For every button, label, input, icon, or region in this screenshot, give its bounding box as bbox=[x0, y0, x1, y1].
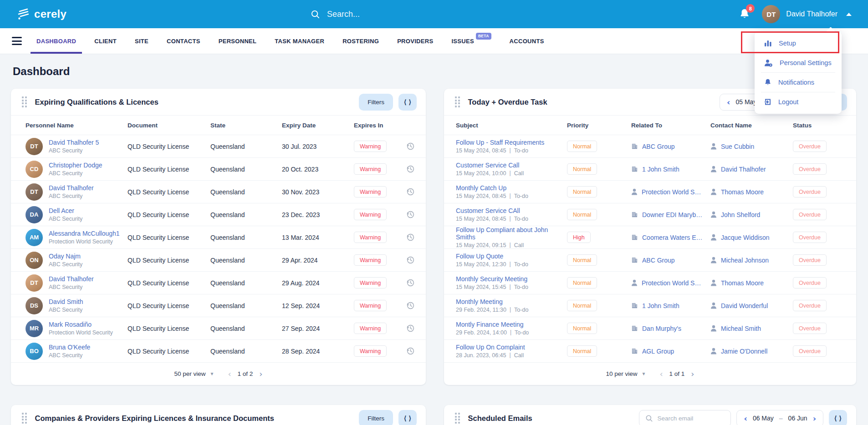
menu-item-personal-settings[interactable]: Personal Settings bbox=[755, 53, 842, 72]
personnel-name-link[interactable]: David Thalhofer bbox=[49, 275, 94, 283]
nav-item-dashboard[interactable]: DASHBOARD bbox=[27, 28, 85, 54]
menu-item-logout[interactable]: Logout bbox=[755, 92, 842, 111]
nav-item-site[interactable]: SITE bbox=[126, 28, 158, 54]
related-to-link[interactable]: AGL Group bbox=[642, 348, 674, 355]
expiry-date-cell: 12 Sep. 2024 bbox=[282, 302, 354, 309]
contact-name-link[interactable]: Sue Cubbin bbox=[721, 143, 754, 150]
nav-item-providers[interactable]: PROVIDERS bbox=[388, 28, 442, 54]
building-icon bbox=[631, 166, 638, 172]
chevron-left-icon[interactable]: ‹ bbox=[727, 97, 730, 107]
chevron-left-icon[interactable]: ‹ bbox=[744, 414, 747, 423]
task-subject-link[interactable]: Follow Up On Complaint bbox=[456, 344, 525, 351]
task-row: Montly Finance Meeting29 Feb. 2024, 14:0… bbox=[444, 317, 856, 340]
task-row: Follow Up - Staff Requirements15 May 202… bbox=[444, 135, 856, 158]
history-icon[interactable] bbox=[406, 233, 415, 242]
nav-item-client[interactable]: CLIENT bbox=[85, 28, 126, 54]
history-icon[interactable] bbox=[406, 142, 415, 151]
history-icon[interactable] bbox=[406, 165, 415, 173]
expand-card-button[interactable]: ⟨⟩ bbox=[398, 410, 417, 425]
nav-item-personnel[interactable]: PERSONNEL bbox=[209, 28, 266, 54]
history-icon[interactable] bbox=[406, 347, 415, 355]
qualification-row: DTDavid ThalhoferABC SecurityQLD Securit… bbox=[11, 181, 426, 203]
menu-hamburger-icon[interactable] bbox=[7, 37, 27, 45]
personnel-name-link[interactable]: Oday Najm bbox=[49, 253, 81, 260]
personnel-name-link[interactable]: Mark Rosadiño bbox=[49, 321, 92, 328]
related-to-link[interactable]: Protection World Sec... bbox=[642, 279, 705, 287]
contact-name-link[interactable]: David Thalhofer bbox=[721, 166, 766, 173]
nav-item-task-manager[interactable]: TASK MANAGER bbox=[266, 28, 333, 54]
history-icon[interactable] bbox=[406, 301, 415, 310]
task-subject-link[interactable]: Follow Up Quote bbox=[456, 253, 503, 260]
state-cell: Queensland bbox=[210, 234, 282, 241]
contact-name-link[interactable]: Micheal Smith bbox=[721, 325, 761, 332]
nav-item-accounts[interactable]: ACCOUNTS bbox=[500, 28, 553, 54]
personnel-name-link[interactable]: Dell Acer bbox=[49, 207, 74, 214]
drag-handle-icon[interactable] bbox=[455, 96, 460, 107]
filters-button[interactable]: Filters bbox=[359, 94, 393, 111]
email-date-range[interactable]: ‹ 06 May – 06 Jun › bbox=[736, 410, 823, 425]
expiry-date-cell: 29 Apr. 2024 bbox=[282, 257, 354, 264]
personnel-name-link[interactable]: Christopher Dodge bbox=[49, 162, 102, 169]
drag-handle-icon[interactable] bbox=[22, 413, 27, 424]
task-subject-link[interactable]: Follow Up Compliant about John Smiths bbox=[456, 226, 548, 241]
chevron-right-icon[interactable]: › bbox=[813, 414, 816, 423]
nav-item-label: CONTACTS bbox=[167, 38, 200, 45]
history-icon[interactable] bbox=[406, 324, 415, 333]
page-next-button[interactable]: › bbox=[691, 370, 694, 378]
per-view-select[interactable]: 10 per view▼ bbox=[606, 370, 646, 377]
contact-name-link[interactable]: Thomas Moore bbox=[721, 279, 764, 287]
task-subject-link[interactable]: Follow Up - Staff Requirements bbox=[456, 139, 544, 146]
task-subject-link[interactable]: Montly Finance Meeting bbox=[456, 321, 524, 328]
nav-item-rostering[interactable]: ROSTERING bbox=[333, 28, 388, 54]
contact-name-link[interactable]: David Wonderful bbox=[721, 302, 768, 309]
related-to-link[interactable]: ABC Group bbox=[642, 143, 675, 150]
user-menu-trigger[interactable]: DT David Thalhofer bbox=[762, 5, 852, 23]
contact-name-link[interactable]: Thomas Moore bbox=[721, 188, 764, 196]
brand-logo[interactable]: cerely bbox=[16, 7, 66, 21]
expand-card-button[interactable]: ⟨⟩ bbox=[829, 410, 847, 425]
drag-handle-icon[interactable] bbox=[22, 96, 27, 107]
history-icon[interactable] bbox=[406, 210, 415, 219]
global-search[interactable]: Search... bbox=[311, 0, 360, 28]
contact-name-link[interactable]: Micheal Johnson bbox=[721, 257, 769, 264]
related-to-link[interactable]: Downer EDI Marybor... bbox=[642, 211, 705, 218]
related-to-link[interactable]: Dan Murphy's bbox=[642, 325, 681, 332]
per-view-select[interactable]: 50 per view▼ bbox=[174, 370, 214, 377]
personnel-name-link[interactable]: David Smith bbox=[49, 298, 83, 305]
task-subject-link[interactable]: Customer Service Call bbox=[456, 162, 519, 169]
contact-name-link[interactable]: Jamie O'Donnell bbox=[721, 348, 767, 355]
filters-button[interactable]: Filters bbox=[359, 410, 393, 425]
expand-card-button[interactable]: ⟨⟩ bbox=[398, 94, 417, 111]
page-next-button[interactable]: › bbox=[259, 370, 262, 378]
related-to-link[interactable]: Coomera Waters Est... bbox=[642, 234, 705, 241]
drag-handle-icon[interactable] bbox=[455, 413, 460, 424]
page-title: Dashboard bbox=[13, 65, 857, 78]
nav-item-issues[interactable]: ISSUESBETA bbox=[442, 28, 500, 54]
history-icon[interactable] bbox=[406, 187, 415, 196]
task-subject-link[interactable]: Customer Service CAll bbox=[456, 207, 520, 214]
document-cell: QLD Security License bbox=[128, 211, 210, 218]
contact-name-link[interactable]: Jacque Widdison bbox=[721, 234, 770, 241]
email-search-input[interactable] bbox=[657, 415, 725, 422]
history-icon[interactable] bbox=[406, 278, 415, 287]
task-subject-link[interactable]: Monthly Catch Up bbox=[456, 184, 506, 192]
menu-item-notifications[interactable]: Notifications bbox=[755, 73, 842, 92]
task-subject-link[interactable]: Monthly Meeting bbox=[456, 298, 503, 305]
page-prev-button[interactable]: ‹ bbox=[659, 370, 663, 378]
personnel-name-link[interactable]: David Thalhofer 5 bbox=[49, 139, 99, 146]
personnel-name-link[interactable]: Bruna O'Keefe bbox=[49, 344, 90, 351]
notifications-button[interactable]: 8 bbox=[739, 8, 750, 20]
task-subject-link[interactable]: Monthly Security Meeting bbox=[456, 275, 527, 283]
menu-item-setup[interactable]: Setup bbox=[755, 34, 842, 53]
contact-name-link[interactable]: John Shelford bbox=[721, 211, 760, 218]
personnel-name-link[interactable]: David Thalhofer bbox=[49, 184, 94, 192]
related-to-link[interactable]: 1 John Smith bbox=[642, 302, 679, 309]
warning-badge: Warning bbox=[354, 163, 387, 175]
related-to-link[interactable]: Protection World Sec... bbox=[642, 188, 705, 196]
related-to-link[interactable]: ABC Group bbox=[642, 257, 675, 264]
page-prev-button[interactable]: ‹ bbox=[228, 370, 231, 378]
personnel-name-link[interactable]: Alessandra McCullough1 bbox=[49, 230, 120, 237]
related-to-link[interactable]: 1 John Smith bbox=[642, 166, 679, 173]
nav-item-contacts[interactable]: CONTACTS bbox=[158, 28, 209, 54]
history-icon[interactable] bbox=[406, 256, 415, 264]
